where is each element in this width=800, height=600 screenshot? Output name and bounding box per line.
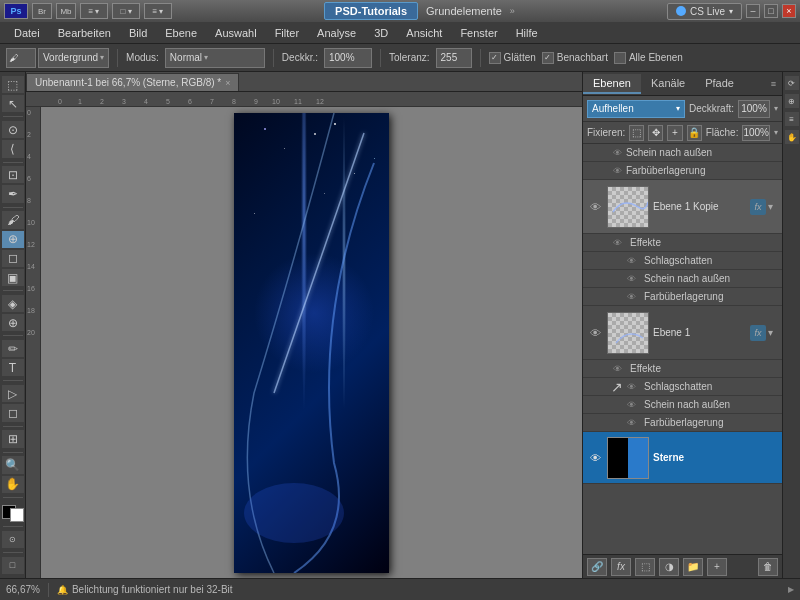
tool-shape[interactable]: ◻ (2, 404, 24, 421)
layer-ebene-1-kopie[interactable]: 👁 Ebene 1 Kopie fx ▾ (583, 180, 782, 234)
layer-sterne[interactable]: 👁 Sterne (583, 432, 782, 484)
tool-move[interactable]: ↖ (2, 95, 24, 112)
layer-visibility-sterne[interactable]: 👁 (587, 450, 603, 466)
link-layers-btn[interactable]: 🔗 (587, 558, 607, 576)
layers-list[interactable]: 👁 Schein nach außen 👁 Farbüberlagerung 👁 (583, 144, 782, 554)
fill-arrow[interactable]: ▾ (774, 128, 778, 137)
fill-value[interactable]: 100% (742, 125, 770, 141)
menu-filter[interactable]: Filter (267, 25, 307, 41)
layer-visibility-e1[interactable]: 👁 (587, 325, 603, 341)
glatten-checkbox[interactable]: ✓ Glätten (489, 52, 536, 64)
deckraft-input[interactable]: 100% (324, 48, 372, 68)
maximize-button[interactable]: □ (764, 4, 778, 18)
mini-hand-icon[interactable]: ✋ (785, 130, 799, 144)
menu-ansicht[interactable]: Ansicht (398, 25, 450, 41)
thumb-sterne-blue (628, 438, 648, 478)
menu-bild[interactable]: Bild (121, 25, 155, 41)
tool-crop[interactable]: ⊡ (2, 166, 24, 183)
status-separator (48, 583, 49, 597)
color-swatches[interactable] (2, 505, 24, 522)
tool-blur[interactable]: ◈ (2, 295, 24, 312)
workspace-dropdown-3[interactable]: ≡ ▾ (144, 3, 172, 19)
tool-eyedropper[interactable]: ✒ (2, 185, 24, 202)
effect-farbuberlagerung-top[interactable]: 👁 Farbüberlagerung (583, 162, 782, 180)
mini-rotate-icon[interactable]: ⟳ (785, 76, 799, 90)
toleranz-input[interactable]: 255 (436, 48, 472, 68)
effect-schlagschatten-e1[interactable]: 👁 Schlagschatten ↗ (583, 378, 782, 396)
close-button[interactable]: × (782, 4, 796, 18)
tool-eraser[interactable]: ◻ (2, 250, 24, 267)
workspace-dropdown-1[interactable]: ≡ ▾ (80, 3, 108, 19)
tool-quick-mask[interactable]: ⊙ (2, 531, 24, 548)
layer-fx-icon-e1k[interactable]: fx (750, 199, 766, 215)
tool-3d[interactable]: ⊞ (2, 430, 24, 447)
menu-hilfe[interactable]: Hilfe (508, 25, 546, 41)
doc-tab-close[interactable]: × (225, 78, 230, 88)
tool-brush[interactable]: 🖌 (2, 211, 24, 228)
tool-path[interactable]: ▷ (2, 385, 24, 402)
cs-live-button[interactable]: CS Live ▾ (667, 3, 742, 20)
adjustment-btn[interactable]: ◑ (659, 558, 679, 576)
tool-pen[interactable]: ✏ (2, 340, 24, 357)
modus-dropdown[interactable]: Normal ▾ (165, 48, 265, 68)
effect-effekte-e1[interactable]: 👁 Effekte (583, 360, 782, 378)
menu-3d[interactable]: 3D (366, 25, 396, 41)
menu-fenster[interactable]: Fenster (452, 25, 505, 41)
menu-analyse[interactable]: Analyse (309, 25, 364, 41)
tool-text[interactable]: T (2, 359, 24, 376)
effect-effekte-e1k[interactable]: 👁 Effekte (583, 234, 782, 252)
menu-auswahl[interactable]: Auswahl (207, 25, 265, 41)
workspace-dropdown-2[interactable]: □ ▾ (112, 3, 140, 19)
opacity-arrow[interactable]: ▾ (774, 104, 778, 113)
tab-pfade[interactable]: Pfade (695, 74, 744, 94)
lock-image-btn[interactable]: ✥ (648, 125, 663, 141)
benachbart-checkbox[interactable]: ✓ Benachbart (542, 52, 608, 64)
tab-ebenen[interactable]: Ebenen (583, 74, 641, 94)
menu-ebene[interactable]: Ebene (157, 25, 205, 41)
mb-icon[interactable]: Mb (56, 3, 76, 19)
layer-mode-dropdown[interactable]: Aufhellen ▾ (587, 100, 685, 118)
tool-marquee[interactable]: ⬚ (2, 76, 24, 93)
vordergrund-dropdown[interactable]: Vordergrund ▾ (38, 48, 109, 68)
effect-schein-nach-aussen-top[interactable]: 👁 Schein nach außen (583, 144, 782, 162)
minimize-button[interactable]: – (746, 4, 760, 18)
tool-screen-mode[interactable]: □ (2, 557, 24, 574)
effect-schein-e1k[interactable]: 👁 Schein nach außen (583, 270, 782, 288)
lock-transparent-btn[interactable]: ⬚ (629, 125, 644, 141)
layer-visibility-e1k[interactable]: 👁 (587, 199, 603, 215)
panel-options-icon[interactable]: ≡ (765, 76, 782, 92)
thumb-sterne (608, 438, 648, 478)
effect-farb-e1k[interactable]: 👁 Farbüberlagerung (583, 288, 782, 306)
tool-hand[interactable]: ✋ (2, 476, 24, 493)
tool-zoom[interactable]: 🔍 (2, 456, 24, 473)
group-btn[interactable]: 📁 (683, 558, 703, 576)
status-arrow-btn[interactable]: ▶ (788, 585, 794, 594)
effect-schein-e1[interactable]: 👁 Schein nach außen (583, 396, 782, 414)
tool-dodge[interactable]: ⊕ (2, 314, 24, 331)
menu-datei[interactable]: Datei (6, 25, 48, 41)
new-layer-btn[interactable]: + (707, 558, 727, 576)
document-tab[interactable]: Unbenannt-1 bei 66,7% (Sterne, RGB/8) * … (26, 73, 239, 91)
layer-fx-icon-e1[interactable]: fx (750, 325, 766, 341)
layer-ebene-1[interactable]: 👁 Ebene 1 fx ▾ (583, 306, 782, 360)
delete-layer-btn[interactable]: 🗑 (758, 558, 778, 576)
menu-bearbeiten[interactable]: Bearbeiten (50, 25, 119, 41)
lock-position-btn[interactable]: + (667, 125, 682, 141)
fx-btn[interactable]: fx (611, 558, 631, 576)
alle-ebenen-checkbox[interactable]: Alle Ebenen (614, 52, 683, 64)
opacity-value[interactable]: 100% (738, 100, 770, 118)
br-icon[interactable]: Br (32, 3, 52, 19)
canvas-viewport[interactable] (41, 107, 582, 578)
mini-settings-icon[interactable]: ≡ (785, 112, 799, 126)
tool-clone[interactable]: ⊕ (2, 231, 24, 248)
lock-all-btn[interactable]: 🔒 (687, 125, 702, 141)
tab-kanale[interactable]: Kanäle (641, 74, 695, 94)
tool-gradient[interactable]: ▣ (2, 269, 24, 286)
effect-schlagschatten-e1k[interactable]: 👁 Schlagschatten (583, 252, 782, 270)
mask-btn[interactable]: ⬚ (635, 558, 655, 576)
effect-farb-e1[interactable]: 👁 Farbüberlagerung (583, 414, 782, 432)
tool-wand[interactable]: ⟨ (2, 140, 24, 157)
background-color[interactable] (10, 508, 24, 522)
mini-zoom-icon[interactable]: ⊕ (785, 94, 799, 108)
tool-lasso[interactable]: ⊙ (2, 121, 24, 138)
